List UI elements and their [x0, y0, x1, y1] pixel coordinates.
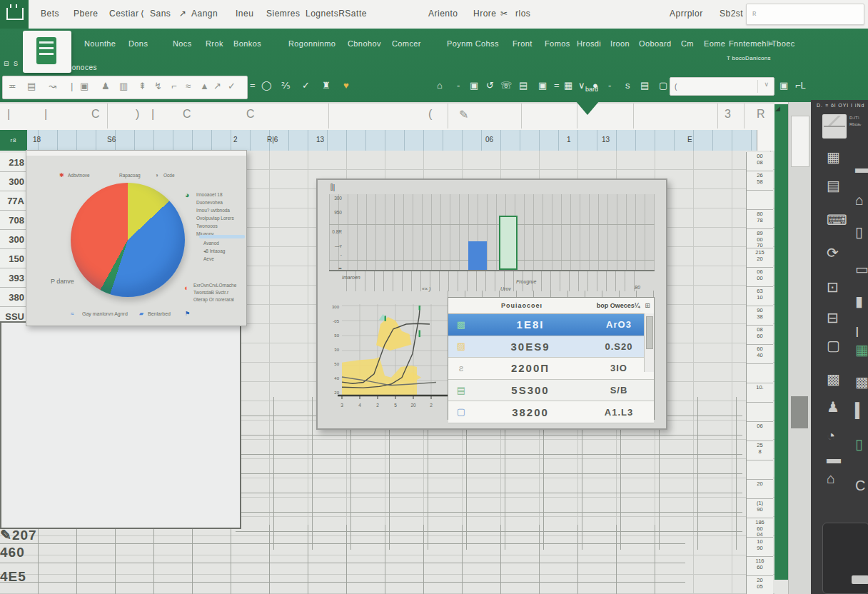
chart-icon[interactable]: ▣ — [80, 81, 89, 91]
grid-icon[interactable]: ▦ — [564, 80, 572, 91]
bracket-icon[interactable]: ⌐L — [795, 80, 806, 91]
combo-chart-card[interactable]: ⫿| 3009500.8R—ʏ-≖ ImaroenFrougrueUrov80«… — [316, 178, 667, 430]
menu-item[interactable]: Bets — [41, 9, 59, 19]
column-header[interactable]: Pouiaocoeı — [448, 302, 595, 309]
menu-item[interactable]: Cestiar — [109, 9, 139, 19]
ribbon-tab[interactable]: Nounthe — [84, 39, 116, 48]
number-cell[interactable]: 06 00 — [747, 268, 773, 287]
ribbon-search-box[interactable]: ∨ — [670, 77, 774, 96]
laptop-icon[interactable]: ⌂ — [855, 193, 864, 207]
number-cell[interactable]: (1) 90 — [747, 499, 773, 518]
menu-item[interactable]: Ineu — [236, 9, 253, 19]
sort-icon[interactable]: ⇞ — [138, 81, 146, 91]
row-label-cell[interactable]: ✎207 — [0, 527, 37, 543]
number-cell[interactable]: 186 60 04 — [747, 518, 773, 538]
menu-item[interactable]: Aangn — [191, 9, 218, 19]
minus-icon[interactable]: - — [608, 80, 611, 91]
menu-item[interactable]: Aprrplor — [670, 9, 703, 19]
undo-icon[interactable]: ↝ — [49, 81, 56, 91]
ribbon-tab[interactable]: Iroon — [610, 39, 630, 48]
ribbon-tab[interactable]: Eome — [704, 39, 725, 48]
image-icon[interactable]: ▣ — [779, 80, 788, 91]
letter-c-icon[interactable]: C — [855, 478, 865, 493]
check-icon[interactable]: ✓ — [228, 81, 236, 91]
number-cell[interactable]: 20 — [747, 480, 773, 499]
sidebar-bottom-panel[interactable] — [822, 523, 868, 594]
minus-icon[interactable]: - — [457, 80, 460, 91]
workbook-card[interactable] — [23, 31, 71, 73]
monitor-icon[interactable]: ▢ — [827, 338, 840, 353]
row-label-cell[interactable]: 460 — [0, 545, 25, 560]
reference-cell[interactable]: 13 — [316, 136, 324, 144]
ribbon-tab[interactable]: Fnntemeh⊫ — [729, 39, 774, 49]
sort-asc-icon[interactable]: ▲ — [200, 81, 209, 91]
globe-icon[interactable]: ◔ — [827, 428, 835, 443]
half-rect-icon[interactable]: ▍ — [855, 403, 866, 418]
scrollbar-thumb[interactable] — [646, 316, 653, 349]
ribbon-tab[interactable]: Hrosdi — [577, 39, 601, 48]
minus-box-icon[interactable]: ⊟ — [827, 311, 839, 325]
number-cell[interactable]: 08 60 — [747, 326, 773, 345]
menu-item[interactable]: ✂ — [500, 9, 508, 19]
green-doc-icon[interactable]: ▯ — [855, 437, 863, 451]
number-cell[interactable]: 116 60 — [747, 557, 773, 576]
checkbox-icon[interactable]: ▢ — [659, 80, 667, 91]
keyboard-icon[interactable]: ⌨ — [827, 213, 847, 227]
pie-chart-card[interactable]: ✱AdbvtnoveRapacoag◑Ocde ◕ Irnooaoet 18Du… — [26, 150, 247, 326]
row-label-cell[interactable]: 218 — [0, 153, 27, 172]
ribbon-tab[interactable]: Poynm Cohss — [447, 39, 499, 48]
table-icon[interactable]: ▤ — [640, 80, 649, 91]
top-search-box[interactable]: ʀ — [746, 4, 864, 25]
calculator-icon[interactable]: ▦ — [827, 150, 840, 164]
ribbon-tab[interactable]: Ooboard — [639, 39, 672, 48]
reference-cell[interactable]: 13 — [602, 136, 610, 144]
number-cell[interactable]: 80 78 — [747, 210, 773, 229]
menu-item[interactable]: ↗ — [179, 9, 187, 19]
brush-check-icon[interactable]: ✓ — [302, 80, 310, 91]
column-header-row[interactable]: ||C)|CC(✎3R — [0, 102, 774, 131]
vertical-scrollbar[interactable] — [788, 102, 812, 594]
favorite-icon[interactable]: ♥ — [343, 80, 349, 91]
row-label-cell[interactable]: 300 — [0, 230, 27, 249]
table-row[interactable]: ▤ 5S300 S/B — [448, 380, 654, 402]
number-cell[interactable]: 60 40 — [747, 345, 773, 364]
number-cell[interactable]: 10. — [747, 383, 773, 403]
ribbon-tab[interactable]: Bonkos — [233, 39, 261, 48]
ribbon-search-input[interactable] — [670, 78, 774, 95]
column-header[interactable]: bop Oweces¼ — [595, 302, 641, 309]
cell-reference-row[interactable]: r8 18S62R|61306113E — [0, 130, 774, 152]
document-icon[interactable]: ▤ — [519, 80, 528, 91]
table-row[interactable]: ▩ 1E8I ArO3 — [448, 314, 654, 336]
number-cell[interactable]: 215 20 — [747, 248, 773, 268]
undo-icon[interactable]: ↺ — [486, 80, 494, 91]
table-header-icon[interactable]: ⊞ — [641, 302, 654, 309]
reference-cell[interactable]: S6 — [107, 136, 116, 144]
bank-icon[interactable]: ⌂ — [437, 80, 443, 91]
number-cell[interactable]: 25 8 — [747, 441, 773, 460]
scrollbar-thumb[interactable] — [791, 396, 808, 428]
letter-i-icon[interactable]: I — [855, 325, 859, 339]
reference-cell[interactable]: R|6 — [267, 136, 278, 144]
menu-item[interactable]: . — [741, 9, 744, 19]
reference-cell[interactable]: 18 — [33, 136, 41, 144]
menu-item[interactable]: LognetsRSatte — [306, 9, 367, 19]
table-scrollbar[interactable] — [644, 313, 654, 372]
reference-cell[interactable]: 2 — [233, 136, 238, 144]
phone-icon[interactable]: ☏ — [500, 80, 512, 91]
chevron-down-icon[interactable]: ∨ — [578, 80, 585, 91]
laptop-icon[interactable]: ▭ — [855, 262, 868, 276]
arrow-icon[interactable]: ↗ — [213, 81, 221, 91]
ribbon-tab[interactable]: Cbnohov — [348, 39, 381, 48]
printer-icon[interactable]: ⊡ — [827, 280, 839, 294]
table-icon[interactable]: ▥ — [119, 81, 128, 91]
reference-cell[interactable]: 06 — [485, 136, 493, 144]
circle-icon[interactable]: ◯ — [261, 80, 272, 91]
scrollbar-thumb[interactable] — [791, 116, 809, 167]
number-cell[interactable]: 20 05 — [747, 576, 773, 594]
ribbon-tab[interactable]: Cm — [681, 39, 694, 48]
number-cell[interactable] — [747, 191, 773, 210]
ribbon-tab[interactable]: Rogonninmo — [288, 39, 335, 48]
filter-icon[interactable]: ↯ — [154, 81, 162, 91]
ribbon-tab[interactable]: Nocs — [173, 39, 192, 48]
reference-cell[interactable]: E — [687, 136, 692, 144]
